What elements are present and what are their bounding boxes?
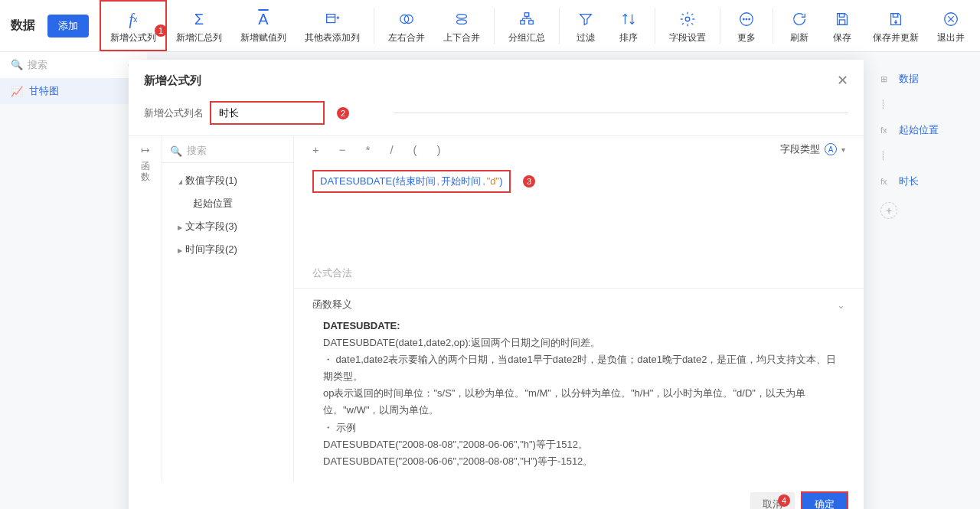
help-header[interactable]: 函数释义 ⌄ — [312, 298, 845, 312]
field-search-ph: 搜索 — [187, 144, 207, 158]
operator-bar: + − * / ( ) 字段类型 A ▾ — [294, 136, 864, 162]
sigma-icon: Σ — [194, 8, 204, 30]
field-start-pos[interactable]: 起始位置 — [167, 192, 289, 215]
tb-label: 分组汇总 — [508, 31, 545, 44]
svg-rect-9 — [521, 21, 525, 24]
type-auto-icon: A — [825, 143, 837, 155]
op-plus[interactable]: + — [312, 143, 319, 156]
group-text[interactable]: 文本字段(3) — [167, 215, 289, 238]
tb-sort[interactable]: 排序 — [607, 0, 650, 51]
ok-button[interactable]: 确定 — [801, 491, 848, 509]
tb-field-settings[interactable]: 字段设置 — [660, 0, 715, 51]
svg-rect-8 — [524, 13, 529, 17]
rp-add-button[interactable]: + — [880, 202, 897, 219]
search-icon: 🔍 — [11, 59, 23, 70]
separator — [655, 8, 655, 44]
rp-div: ┊ — [873, 146, 980, 165]
tb-refresh[interactable]: 刷新 — [778, 0, 821, 51]
tb-new-sum-col[interactable]: Σ 新增汇总列 — [167, 0, 231, 51]
tb-merge-lr[interactable]: 左右合并 — [379, 0, 434, 51]
help-panel: 函数释义 ⌄ DATESUBDATE: DATESUBDATE(date1,da… — [294, 288, 864, 482]
tb-other-table-col[interactable]: 其他表添加列 — [296, 0, 369, 51]
tb-label: 刷新 — [790, 31, 808, 44]
right-panel: ⊞数据 ┊ fx起始位置 ┊ fx时长 + — [873, 67, 980, 224]
gantt-tab[interactable]: 📈 甘特图 — [0, 78, 147, 104]
formula-editor[interactable]: DATESUBDATE(结束时间,开始时间,"d") 3 — [294, 162, 864, 262]
rp-start[interactable]: fx起始位置 — [873, 119, 980, 142]
help-fn-name: DATESUBDATE: — [323, 320, 400, 331]
svg-point-20 — [746, 18, 746, 19]
tb-label: 保存 — [833, 31, 851, 44]
help-line: op表示返回的时间单位："s/S"，以秒为单位。"m/M"，以分钟为单位。"h/… — [323, 387, 805, 416]
fn-arg: 结束时间 — [396, 175, 436, 187]
function-tab[interactable]: 函数 — [140, 161, 151, 183]
svg-rect-0 — [327, 15, 335, 23]
group-time[interactable]: 时间字段(2) — [167, 238, 289, 261]
db-icon: ⊞ — [880, 74, 891, 84]
field-type-label: 字段类型 — [780, 142, 820, 156]
save-update-icon — [887, 8, 904, 30]
op-lparen[interactable]: ( — [413, 143, 417, 156]
op-minus[interactable]: − — [339, 143, 346, 156]
field-search[interactable]: 🔍 搜索 — [162, 139, 293, 163]
search-bar[interactable]: 🔍搜索 ⟳ — [0, 52, 147, 78]
separator — [773, 8, 773, 44]
tb-group-sum[interactable]: 分组汇总 — [499, 0, 554, 51]
op-mult[interactable]: * — [366, 143, 371, 156]
fn-arg: 开始时间 — [441, 175, 481, 187]
fx-icon: fx — [880, 126, 891, 135]
search-icon: 🔍 — [170, 145, 182, 157]
tb-filter[interactable]: 过滤 — [564, 0, 607, 51]
tb-merge-tb[interactable]: 上下合并 — [434, 0, 489, 51]
sort-icon — [620, 8, 637, 30]
rp-duration[interactable]: fx时长 — [873, 170, 980, 193]
tb-save-update[interactable]: 保存并更新 — [864, 0, 928, 51]
separator — [374, 8, 374, 44]
formula-modal: 新增公式列 ✕ 新增公式列名 2 ↦ 函数 🔍 搜索 数值字段(1) 起始位置 … — [129, 60, 864, 509]
tb-label: 上下合并 — [443, 31, 480, 44]
chevron-down-icon: ⌄ — [837, 299, 845, 311]
tb-label: 保存并更新 — [873, 31, 919, 44]
separator — [494, 8, 495, 44]
help-title: 函数释义 — [312, 298, 352, 312]
tb-new-formula-col[interactable]: fx 新增公式列 1 — [100, 0, 167, 51]
exit-icon — [942, 8, 959, 30]
underline — [394, 113, 848, 113]
tb-label: 其他表添加列 — [305, 31, 360, 44]
indent-icon[interactable]: ↦ — [141, 144, 150, 156]
rp-data[interactable]: ⊞数据 — [873, 67, 980, 90]
page-title: 数据 — [11, 18, 35, 34]
more-icon — [738, 8, 755, 30]
name-input[interactable] — [210, 101, 325, 125]
tb-label: 排序 — [619, 31, 638, 44]
tb-label: 退出并 — [937, 31, 965, 44]
group-numeric[interactable]: 数值字段(1) — [167, 169, 289, 192]
op-div[interactable]: / — [390, 143, 393, 156]
help-body: DATESUBDATE: DATESUBDATE(date1,date2,op)… — [312, 318, 845, 470]
tb-new-assign-col[interactable]: A 新增赋值列 — [231, 0, 296, 51]
save-icon — [834, 8, 851, 30]
table-add-icon — [324, 8, 341, 30]
op-rparen[interactable]: ) — [437, 143, 441, 156]
modal-footer: 取消 4 确定 — [129, 482, 864, 509]
modal-body: ↦ 函数 🔍 搜索 数值字段(1) 起始位置 文本字段(3) 时间字段(2) +… — [129, 135, 864, 482]
rp-label: 数据 — [899, 72, 919, 86]
fx-icon: fx — [880, 177, 891, 186]
close-icon[interactable]: ✕ — [837, 72, 848, 89]
merge-tb-icon — [453, 8, 470, 30]
tb-more[interactable]: 更多 — [725, 0, 768, 51]
tb-label: 更多 — [737, 31, 756, 44]
tb-exit[interactable]: 退出并 — [928, 0, 974, 51]
tb-save[interactable]: 保存 — [821, 0, 864, 51]
add-button[interactable]: 添加 — [47, 15, 89, 38]
tb-label: 字段设置 — [669, 31, 706, 44]
svg-point-21 — [749, 18, 750, 19]
toolbar-items: fx 新增公式列 1 Σ 新增汇总列 A 新增赋值列 其他表添加列 左右合并 上… — [100, 0, 980, 51]
separator — [720, 8, 720, 44]
field-panel: 🔍 搜索 数值字段(1) 起始位置 文本字段(3) 时间字段(2) — [162, 136, 294, 482]
svg-rect-10 — [529, 21, 534, 24]
field-type-picker[interactable]: 字段类型 A ▾ — [780, 142, 845, 156]
svg-rect-22 — [839, 14, 844, 18]
left-strip: 🔍搜索 ⟳ 📈 甘特图 — [0, 52, 147, 104]
help-line: DATESUBDATE("2008-06-06","2008-08-08","H… — [323, 455, 593, 467]
